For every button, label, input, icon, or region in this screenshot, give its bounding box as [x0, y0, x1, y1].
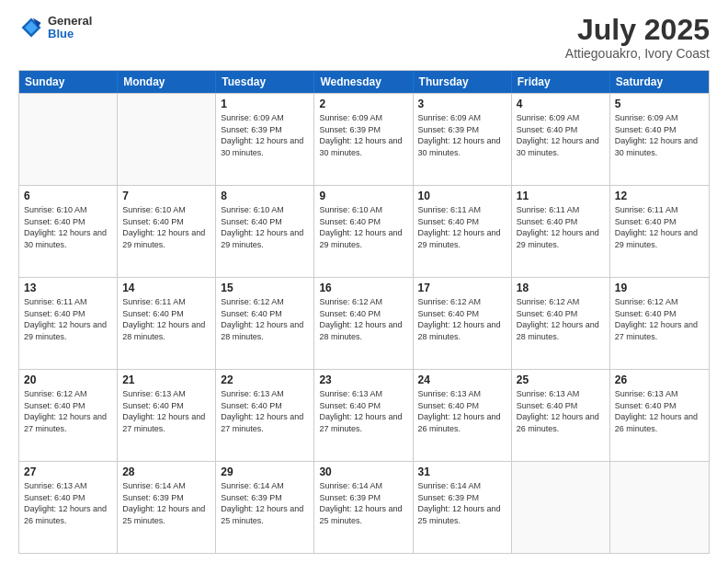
day-info: Sunrise: 6:12 AM Sunset: 6:40 PM Dayligh…	[418, 296, 506, 342]
day-info: Sunrise: 6:10 AM Sunset: 6:40 PM Dayligh…	[24, 204, 112, 250]
day-info: Sunrise: 6:11 AM Sunset: 6:40 PM Dayligh…	[615, 204, 704, 250]
cal-cell: 5Sunrise: 6:09 AM Sunset: 6:40 PM Daylig…	[610, 94, 709, 185]
day-number: 21	[122, 373, 210, 386]
day-number: 1	[221, 98, 309, 110]
cal-cell: 21Sunrise: 6:13 AM Sunset: 6:40 PM Dayli…	[118, 370, 216, 461]
day-number: 25	[517, 373, 605, 386]
day-info: Sunrise: 6:13 AM Sunset: 6:40 PM Dayligh…	[221, 388, 309, 434]
day-number: 29	[221, 465, 309, 478]
cal-cell: 11Sunrise: 6:11 AM Sunset: 6:40 PM Dayli…	[512, 186, 610, 277]
week-row-2: 6Sunrise: 6:10 AM Sunset: 6:40 PM Daylig…	[19, 185, 709, 277]
day-info: Sunrise: 6:12 AM Sunset: 6:40 PM Dayligh…	[24, 388, 112, 434]
logo-icon	[18, 15, 44, 40]
day-info: Sunrise: 6:10 AM Sunset: 6:40 PM Dayligh…	[122, 204, 210, 250]
day-number: 24	[418, 373, 506, 386]
cal-cell: 4Sunrise: 6:09 AM Sunset: 6:40 PM Daylig…	[512, 94, 610, 185]
cal-cell: 1Sunrise: 6:09 AM Sunset: 6:39 PM Daylig…	[216, 94, 314, 185]
cal-cell	[19, 94, 118, 185]
day-info: Sunrise: 6:12 AM Sunset: 6:40 PM Dayligh…	[517, 296, 605, 342]
cal-cell: 31Sunrise: 6:14 AM Sunset: 6:39 PM Dayli…	[414, 462, 512, 553]
logo: General Blue	[18, 15, 92, 41]
day-info: Sunrise: 6:13 AM Sunset: 6:40 PM Dayligh…	[319, 388, 407, 434]
day-info: Sunrise: 6:12 AM Sunset: 6:40 PM Dayligh…	[221, 296, 309, 342]
day-info: Sunrise: 6:11 AM Sunset: 6:40 PM Dayligh…	[517, 204, 605, 250]
day-info: Sunrise: 6:10 AM Sunset: 6:40 PM Dayligh…	[319, 204, 407, 250]
day-info: Sunrise: 6:09 AM Sunset: 6:40 PM Dayligh…	[615, 112, 704, 158]
day-info: Sunrise: 6:13 AM Sunset: 6:40 PM Dayligh…	[24, 480, 112, 526]
day-info: Sunrise: 6:13 AM Sunset: 6:40 PM Dayligh…	[517, 388, 605, 434]
day-info: Sunrise: 6:14 AM Sunset: 6:39 PM Dayligh…	[122, 480, 210, 526]
day-number: 18	[517, 282, 605, 294]
day-number: 20	[24, 373, 112, 386]
day-info: Sunrise: 6:09 AM Sunset: 6:39 PM Dayligh…	[221, 112, 309, 158]
week-row-5: 27Sunrise: 6:13 AM Sunset: 6:40 PM Dayli…	[19, 461, 709, 553]
day-number: 3	[418, 98, 506, 110]
cal-cell: 14Sunrise: 6:11 AM Sunset: 6:40 PM Dayli…	[118, 278, 216, 369]
day-number: 13	[24, 282, 112, 294]
cal-cell: 28Sunrise: 6:14 AM Sunset: 6:39 PM Dayli…	[118, 462, 216, 553]
day-info: Sunrise: 6:13 AM Sunset: 6:40 PM Dayligh…	[615, 388, 704, 434]
title-block: July 2025 Attiegouakro, Ivory Coast	[565, 15, 710, 61]
cal-cell: 3Sunrise: 6:09 AM Sunset: 6:39 PM Daylig…	[414, 94, 512, 185]
header-monday: Monday	[118, 71, 216, 93]
cal-cell: 7Sunrise: 6:10 AM Sunset: 6:40 PM Daylig…	[118, 186, 216, 277]
day-info: Sunrise: 6:12 AM Sunset: 6:40 PM Dayligh…	[319, 296, 407, 342]
cal-cell	[118, 94, 216, 185]
day-number: 6	[24, 190, 112, 202]
day-info: Sunrise: 6:12 AM Sunset: 6:40 PM Dayligh…	[615, 296, 704, 342]
logo-blue: Blue	[48, 28, 92, 40]
day-number: 8	[221, 190, 309, 202]
day-number: 4	[517, 98, 605, 110]
cal-cell: 25Sunrise: 6:13 AM Sunset: 6:40 PM Dayli…	[512, 370, 610, 461]
calendar-header: SundayMondayTuesdayWednesdayThursdayFrid…	[19, 71, 709, 93]
cal-cell	[610, 462, 709, 553]
day-number: 12	[615, 190, 704, 202]
cal-cell: 17Sunrise: 6:12 AM Sunset: 6:40 PM Dayli…	[414, 278, 512, 369]
day-info: Sunrise: 6:09 AM Sunset: 6:39 PM Dayligh…	[319, 112, 407, 158]
day-number: 26	[615, 373, 704, 386]
cal-cell	[512, 462, 610, 553]
cal-cell: 18Sunrise: 6:12 AM Sunset: 6:40 PM Dayli…	[512, 278, 610, 369]
page: General Blue July 2025 Attiegouakro, Ivo…	[0, 0, 728, 563]
cal-cell: 30Sunrise: 6:14 AM Sunset: 6:39 PM Dayli…	[314, 462, 413, 553]
day-number: 15	[221, 282, 309, 294]
cal-cell: 6Sunrise: 6:10 AM Sunset: 6:40 PM Daylig…	[19, 186, 118, 277]
day-number: 14	[122, 282, 210, 294]
day-number: 30	[319, 465, 407, 478]
cal-cell: 2Sunrise: 6:09 AM Sunset: 6:39 PM Daylig…	[314, 94, 413, 185]
cal-cell: 19Sunrise: 6:12 AM Sunset: 6:40 PM Dayli…	[610, 278, 709, 369]
week-row-1: 1Sunrise: 6:09 AM Sunset: 6:39 PM Daylig…	[19, 93, 709, 185]
header: General Blue July 2025 Attiegouakro, Ivo…	[18, 15, 710, 61]
header-friday: Friday	[512, 71, 610, 93]
cal-cell: 20Sunrise: 6:12 AM Sunset: 6:40 PM Dayli…	[19, 370, 118, 461]
header-tuesday: Tuesday	[216, 71, 314, 93]
day-number: 11	[517, 190, 605, 202]
day-number: 2	[319, 98, 407, 110]
day-number: 5	[615, 98, 704, 110]
day-number: 10	[418, 190, 506, 202]
day-info: Sunrise: 6:13 AM Sunset: 6:40 PM Dayligh…	[122, 388, 210, 434]
header-saturday: Saturday	[610, 71, 709, 93]
day-number: 9	[319, 190, 407, 202]
day-number: 23	[319, 373, 407, 386]
day-info: Sunrise: 6:13 AM Sunset: 6:40 PM Dayligh…	[418, 388, 506, 434]
logo-text: General Blue	[48, 15, 92, 41]
cal-cell: 9Sunrise: 6:10 AM Sunset: 6:40 PM Daylig…	[314, 186, 413, 277]
calendar: SundayMondayTuesdayWednesdayThursdayFrid…	[18, 70, 710, 554]
cal-cell: 26Sunrise: 6:13 AM Sunset: 6:40 PM Dayli…	[610, 370, 709, 461]
day-info: Sunrise: 6:09 AM Sunset: 6:39 PM Dayligh…	[418, 112, 506, 158]
week-row-4: 20Sunrise: 6:12 AM Sunset: 6:40 PM Dayli…	[19, 369, 709, 461]
header-thursday: Thursday	[414, 71, 512, 93]
day-info: Sunrise: 6:11 AM Sunset: 6:40 PM Dayligh…	[122, 296, 210, 342]
day-number: 28	[122, 465, 210, 478]
header-wednesday: Wednesday	[314, 71, 413, 93]
cal-cell: 24Sunrise: 6:13 AM Sunset: 6:40 PM Dayli…	[414, 370, 512, 461]
day-number: 7	[122, 190, 210, 202]
day-number: 27	[24, 465, 112, 478]
cal-cell: 15Sunrise: 6:12 AM Sunset: 6:40 PM Dayli…	[216, 278, 314, 369]
day-info: Sunrise: 6:14 AM Sunset: 6:39 PM Dayligh…	[319, 480, 407, 526]
cal-cell: 27Sunrise: 6:13 AM Sunset: 6:40 PM Dayli…	[19, 462, 118, 553]
logo-general: General	[48, 15, 92, 28]
day-info: Sunrise: 6:10 AM Sunset: 6:40 PM Dayligh…	[221, 204, 309, 250]
header-sunday: Sunday	[19, 71, 118, 93]
